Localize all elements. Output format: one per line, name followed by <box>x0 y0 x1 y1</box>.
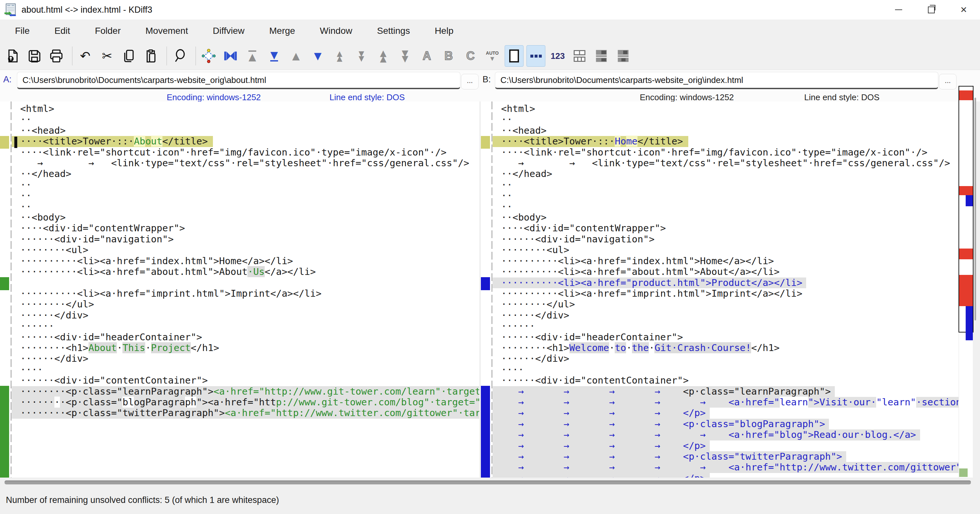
overview-block-green <box>959 468 967 477</box>
go-prev-delta-button[interactable]: ▲ <box>286 45 305 67</box>
pane-a-path-input[interactable] <box>17 72 460 89</box>
code-line: ········</ul> <box>12 299 479 310</box>
unsolved-conflicts-status: Number of remaining unsolved conflicts: … <box>6 495 279 505</box>
menu-item-folder[interactable]: Folder <box>88 23 127 39</box>
pane-b-encoding: Encoding: windows-1252 <box>640 92 734 103</box>
pane-a-encoding: Encoding: windows-1252 <box>167 92 261 103</box>
paste-button[interactable] <box>141 45 160 67</box>
code-line: ··········<li><a·href="index.html">Home<… <box>493 256 959 267</box>
horizontal-scrollbar[interactable] <box>5 481 971 484</box>
code-line: → → <link·type="text/css"·rel="styleshee… <box>12 158 479 168</box>
split-view-toggle[interactable] <box>570 45 589 67</box>
code-line: ··········<li><a·href="about.html">About… <box>12 267 479 277</box>
pane-b-browse-button[interactable]: ... <box>939 74 956 89</box>
margin-diff-block-blue <box>481 386 490 478</box>
code-line: ···· <box>493 364 959 375</box>
undo-button[interactable]: ↶ <box>76 45 95 67</box>
menu-item-movement[interactable]: Movement <box>138 23 195 39</box>
pane-b-margin-separator <box>492 102 492 478</box>
save-button[interactable] <box>25 45 44 67</box>
code-line: ······<div·id="contentContainer"> <box>493 375 959 386</box>
pane-b-label: B: <box>482 75 491 84</box>
vertical-scrollbar[interactable] <box>974 98 976 320</box>
code-line: → → → → <p·class="blogParagraph"> <box>493 419 829 430</box>
title-bar: about.html <-> index.html - KDiff3 ✕ <box>0 0 980 19</box>
go-next-delta-button[interactable]: ▼ <box>308 45 327 67</box>
pane-a-code-area[interactable]: <html>····<head>····<title>Tower·::·Abou… <box>12 103 479 419</box>
join-view-a-toggle[interactable] <box>592 45 611 67</box>
code-line: ······<div·id="headerContainer"> <box>12 332 479 343</box>
pane-a-text-cursor <box>14 136 17 148</box>
open-button[interactable] <box>3 45 22 67</box>
code-line: ······ <box>493 321 959 332</box>
diff-overview-column[interactable] <box>959 87 973 478</box>
code-line: → → → → </p> <box>493 473 710 478</box>
window-title: about.html <-> index.html - KDiff3 <box>21 5 153 15</box>
pane-a-margin-separator <box>11 102 11 478</box>
code-line: ··········<li><a·href="product.html">Pro… <box>493 278 806 288</box>
select-line-b-button[interactable]: B <box>439 45 458 67</box>
code-line: ·· <box>493 114 959 125</box>
print-button[interactable] <box>47 45 66 67</box>
cut-button[interactable]: ✂ <box>98 45 116 67</box>
code-line: ········<ul> <box>493 244 959 255</box>
go-next-unsolved-conflict-button[interactable]: ▼▼ <box>396 45 414 67</box>
go-prev-conflict-button[interactable]: ▲▲ <box>330 45 349 67</box>
pane-a-diff-margin <box>0 102 9 478</box>
pane-b-code-area[interactable]: <html>····<head>····<title>Tower·::·Home… <box>493 103 959 478</box>
code-line: ·· <box>493 190 959 201</box>
select-line-c-button[interactable]: C <box>461 45 480 67</box>
restore-button[interactable] <box>915 0 947 19</box>
code-line: ···· <box>12 364 479 375</box>
code-line: <html> <box>12 103 479 114</box>
code-line: ··········<li><a·href="imprint.html">Imp… <box>12 288 479 299</box>
find-button[interactable] <box>170 45 189 67</box>
code-line: → → → → <p·class="twitterParagraph"> <box>493 451 846 462</box>
code-line: → → → → → <a·href="learn">Visit·our·"lea… <box>493 397 959 408</box>
code-line: ········<p·class="twitterParagraph"><a·h… <box>12 408 479 418</box>
menu-item-window[interactable]: Window <box>313 23 360 39</box>
code-line: ····<div·id="contentWrapper"> <box>493 223 959 233</box>
code-line: <html> <box>493 103 959 114</box>
join-view-b-toggle[interactable] <box>614 45 633 67</box>
pane-b-path-input[interactable] <box>495 72 938 89</box>
margin-diff-block-blue <box>481 277 490 290</box>
menu-item-edit[interactable]: Edit <box>47 23 77 39</box>
go-last-delta-button[interactable]: ▼ <box>265 45 283 67</box>
code-line: ······</div> <box>12 310 479 321</box>
menu-item-help[interactable]: Help <box>428 23 461 39</box>
pane-a-browse-button[interactable]: ... <box>461 74 479 89</box>
show-line-numbers-toggle[interactable]: 123 <box>548 45 567 67</box>
go-current-delta-both-button[interactable] <box>221 45 240 67</box>
code-line: ········<ul> <box>12 244 479 255</box>
show-whitespace-toggle[interactable] <box>527 45 545 67</box>
window-controls: ✕ <box>882 0 980 19</box>
minimize-button[interactable] <box>882 0 915 19</box>
go-first-delta-button[interactable]: ▲ <box>243 45 262 67</box>
menu-item-diffview[interactable]: Diffview <box>205 23 252 39</box>
pane-a-line-end-style: Line end style: DOS <box>329 92 405 103</box>
overview-block-red <box>959 275 973 306</box>
select-line-a-button[interactable]: A <box>417 45 436 67</box>
copy-button[interactable] <box>119 45 138 67</box>
code-line: ··<body> <box>12 212 479 223</box>
code-line: ······<div·id="navigation"> <box>12 234 479 244</box>
show-whitespace-characters-toggle[interactable] <box>505 45 523 67</box>
code-line: ··········<li><a·href="about.html">About… <box>493 267 959 277</box>
go-next-conflict-button[interactable]: ▼▼ <box>352 45 371 67</box>
code-line: ··········<li><a·href="index.html">Home<… <box>12 256 479 267</box>
overview-block-blue <box>966 306 973 340</box>
menu-item-settings[interactable]: Settings <box>370 23 417 39</box>
code-line: ········<p·class="blogParagraph"><a·href… <box>12 397 479 408</box>
close-button[interactable]: ✕ <box>947 0 980 19</box>
auto-advance-button[interactable]: AUTO▼ <box>483 45 502 67</box>
menu-item-merge[interactable]: Merge <box>262 23 302 39</box>
toolbar-separator <box>72 46 73 65</box>
overview-block-red <box>959 249 973 259</box>
menu-item-file[interactable]: File <box>8 23 37 39</box>
code-line: ········</ul> <box>493 299 959 310</box>
go-current-delta-button[interactable] <box>199 45 218 67</box>
pane-b-line-end-style: Line end style: DOS <box>804 92 880 103</box>
go-prev-unsolved-conflict-button[interactable]: ▲▲ <box>374 45 393 67</box>
code-line: ······</div> <box>493 310 959 321</box>
